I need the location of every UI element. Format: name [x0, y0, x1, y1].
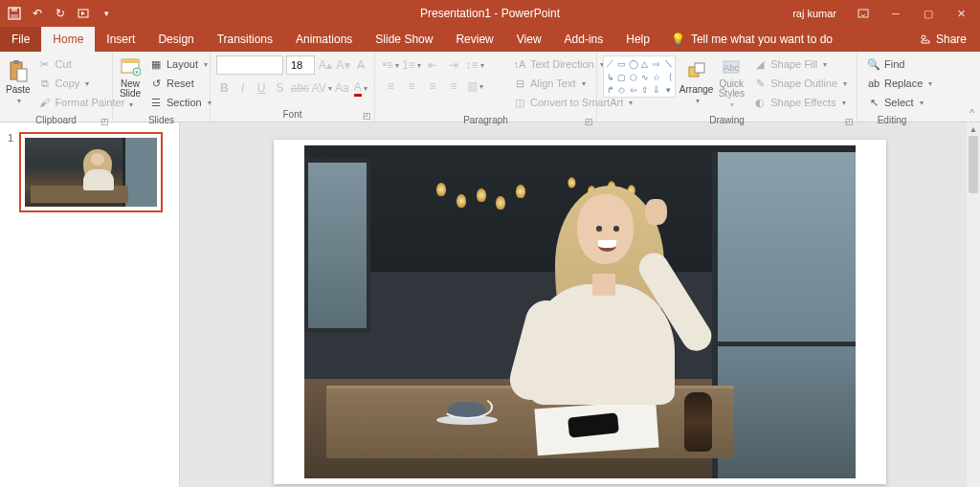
shape-brace-icon[interactable]: ｛ — [663, 71, 674, 83]
shape-line2-icon[interactable]: ＼ — [663, 57, 674, 70]
start-from-beginning-icon[interactable] — [75, 5, 92, 22]
font-launcher[interactable]: ◰ — [363, 111, 371, 121]
slide-thumbnail-1[interactable]: 1 — [8, 132, 171, 212]
shape-roundrect-icon[interactable]: ▢ — [616, 71, 627, 83]
numbering-button[interactable]: 1≡ — [402, 55, 421, 75]
vertical-scrollbar[interactable]: ▲ — [967, 122, 980, 487]
align-center-button[interactable]: ≡ — [402, 77, 421, 96]
tab-insert[interactable]: Insert — [95, 27, 146, 52]
redo-icon[interactable]: ↻ — [52, 5, 69, 22]
underline-button[interactable]: U — [254, 78, 269, 98]
grow-font-button[interactable]: A▴ — [318, 55, 333, 75]
undo-icon[interactable]: ↶ — [29, 5, 46, 22]
tell-me-search[interactable]: 💡 Tell me what you want to do — [661, 27, 842, 52]
font-color-button[interactable]: A — [353, 78, 368, 98]
tab-design[interactable]: Design — [146, 27, 205, 52]
align-right-button[interactable]: ≡ — [423, 77, 442, 96]
save-icon[interactable] — [6, 5, 23, 22]
svg-text:✶: ✶ — [134, 69, 140, 76]
strike-button[interactable]: abc — [291, 78, 309, 98]
close-button[interactable]: ✕ — [946, 0, 976, 27]
shape-line-icon[interactable]: ／ — [605, 57, 615, 70]
increase-indent-button[interactable]: ⇥ — [444, 55, 463, 75]
collapse-ribbon-button[interactable]: ^ — [969, 108, 974, 119]
char-spacing-button[interactable]: AV — [312, 78, 331, 98]
tab-file[interactable]: File — [0, 27, 41, 52]
shape-arrow-icon[interactable]: ⇨ — [652, 57, 662, 70]
user-name[interactable]: raj kumar — [792, 8, 836, 19]
scrollbar-thumb[interactable] — [969, 136, 978, 193]
line-spacing-button[interactable]: ↕≡ — [465, 55, 484, 75]
scroll-up-button[interactable]: ▲ — [967, 122, 980, 136]
share-label: Share — [936, 33, 967, 46]
share-button[interactable]: Share — [906, 27, 980, 52]
shape-outline-button[interactable]: ✎Shape Outline — [749, 75, 851, 92]
tab-animations[interactable]: Animations — [284, 27, 364, 52]
slide-thumbnail-pane[interactable]: 1 — [0, 122, 180, 487]
font-size-input[interactable] — [286, 55, 315, 75]
tab-addins[interactable]: Add-ins — [553, 27, 615, 52]
tab-view[interactable]: View — [505, 27, 553, 52]
tab-review[interactable]: Review — [444, 27, 504, 52]
layout-button[interactable]: ▦Layout — [145, 55, 215, 73]
italic-button[interactable]: I — [234, 78, 250, 98]
slide-canvas[interactable] — [274, 140, 886, 484]
qat-more-icon[interactable]: ▾ — [98, 5, 115, 22]
ribbon-tabs: File Home Insert Design Transitions Anim… — [0, 27, 980, 52]
shapes-gallery[interactable]: ／▭◯△⇨＼ ↳▢⬡∿☆｛ ↱◇⇦⇧⇩▾ — [603, 55, 676, 98]
slide-number: 1 — [8, 132, 13, 212]
font-name-input[interactable] — [216, 55, 283, 75]
tab-slideshow[interactable]: Slide Show — [364, 27, 444, 52]
shrink-font-button[interactable]: A▾ — [336, 55, 351, 75]
svg-text:Abc: Abc — [724, 63, 740, 73]
shape-rect-icon[interactable]: ▭ — [616, 57, 627, 70]
shape-curve-icon[interactable]: ∿ — [639, 71, 650, 83]
change-case-button[interactable]: Aa — [334, 78, 349, 98]
shape-arrowl-icon[interactable]: ⇦ — [628, 84, 638, 96]
shape-star-icon[interactable]: ☆ — [652, 71, 662, 83]
paste-button[interactable]: Paste — [6, 55, 31, 109]
decrease-indent-button[interactable]: ⇤ — [423, 55, 442, 75]
clear-formatting-button[interactable]: A̶ — [353, 55, 368, 75]
bullets-button[interactable]: •≡ — [381, 55, 400, 75]
group-label-clipboard: Clipboard — [35, 115, 77, 125]
columns-button[interactable]: ▥ — [465, 77, 484, 96]
select-button[interactable]: ↖Select — [863, 94, 936, 111]
tab-transitions[interactable]: Transitions — [206, 27, 284, 52]
group-drawing: ／▭◯△⇨＼ ↳▢⬡∿☆｛ ↱◇⇦⇧⇩▾ Arrange Abc Quick S… — [597, 52, 858, 122]
find-button[interactable]: 🔍Find — [863, 55, 936, 73]
shadow-button[interactable]: S — [272, 78, 287, 98]
new-slide-button[interactable]: ✶ New Slide — [119, 55, 142, 109]
ribbon-options-icon[interactable] — [848, 0, 879, 27]
shape-effects-button[interactable]: ◐Shape Effects — [749, 94, 851, 111]
maximize-button[interactable]: ▢ — [913, 0, 944, 27]
shape-fill-button[interactable]: ◢Shape Fill — [749, 55, 851, 73]
thumbnail-image — [25, 138, 157, 207]
bold-button[interactable]: B — [216, 78, 232, 98]
shape-arrowd-icon[interactable]: ⇩ — [652, 84, 662, 96]
shape-triangle-icon[interactable]: △ — [639, 57, 650, 70]
effects-icon: ◐ — [753, 96, 767, 109]
quick-styles-button[interactable]: Abc Quick Styles — [717, 55, 746, 109]
inserted-image[interactable] — [304, 145, 856, 478]
shape-conn1-icon[interactable]: ↳ — [605, 71, 615, 83]
shape-oval-icon[interactable]: ◯ — [628, 57, 638, 70]
tab-home[interactable]: Home — [41, 27, 95, 52]
shape-hex-icon[interactable]: ⬡ — [628, 71, 638, 83]
shape-conn2-icon[interactable]: ↱ — [605, 84, 615, 96]
replace-button[interactable]: abReplace — [863, 75, 936, 92]
shape-more-icon[interactable]: ▾ — [663, 84, 674, 96]
justify-button[interactable]: ≡ — [444, 77, 463, 96]
cursor-icon: ↖ — [867, 96, 880, 109]
reset-button[interactable]: ↺Reset — [145, 75, 215, 92]
tab-help[interactable]: Help — [614, 27, 661, 52]
shape-diamond-icon[interactable]: ◇ — [616, 84, 627, 96]
arrange-button[interactable]: Arrange — [679, 55, 714, 109]
minimize-button[interactable]: ─ — [880, 0, 911, 27]
align-left-button[interactable]: ≡ — [381, 77, 400, 96]
section-button[interactable]: ☰Section — [145, 94, 215, 111]
slide-editor[interactable]: ▲ — [180, 122, 980, 487]
clipboard-launcher[interactable]: ◰ — [100, 117, 109, 126]
svg-rect-2 — [11, 14, 18, 18]
shape-arrowu-icon[interactable]: ⇧ — [639, 84, 650, 96]
